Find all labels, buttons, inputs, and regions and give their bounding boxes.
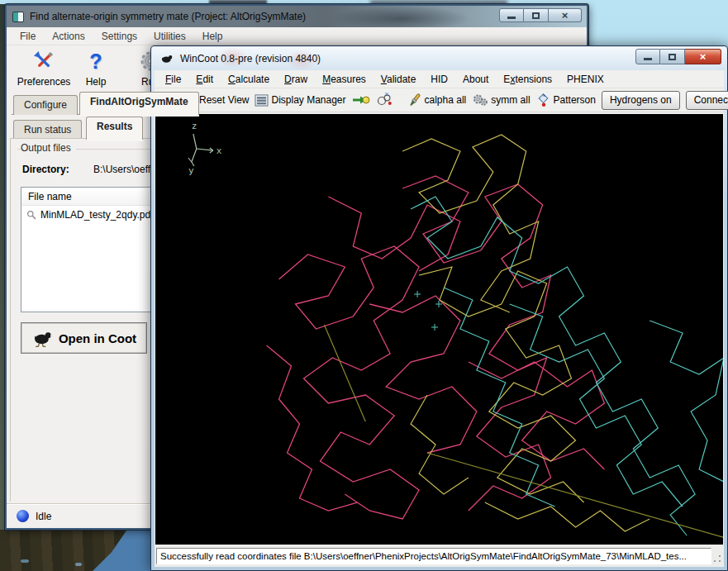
connected-to-phenix-button[interactable]: Connected to PHENIX [686, 91, 728, 110]
axis-label-x: x [216, 145, 222, 156]
restore-icon [669, 54, 676, 60]
wincoot-window-title: WinCoot 0.8-pre (revision 4840) [180, 53, 321, 64]
maximize-icon [532, 12, 540, 19]
directory-row: Directory: B:\Users\oeffner\PhenixProjec… [22, 164, 69, 175]
minimize-icon [507, 17, 516, 19]
trace-cyan-chain [649, 321, 723, 482]
display-manager-icon [255, 94, 269, 107]
patterson-icon [536, 93, 551, 107]
display-manager-button[interactable]: Display Manager [255, 94, 345, 107]
wincoot-menubar: FileEditCalculateDrawMeasuresValidateHID… [155, 70, 724, 88]
tab-findaltorigsymmate[interactable]: FindAltOrigSymMate [79, 92, 199, 115]
menu-item-file[interactable]: File [158, 72, 188, 87]
close-button[interactable]: × [685, 49, 721, 64]
wincoot-client-area: FileEditCalculateDrawMeasuresValidateHID… [155, 70, 724, 567]
wincoot-window-controls: × [635, 49, 721, 64]
go-button[interactable] [352, 94, 370, 106]
directory-label: Directory: [22, 164, 69, 175]
close-icon: × [562, 10, 569, 21]
menu-item-actions[interactable]: Actions [44, 29, 93, 44]
open-in-coot-button[interactable]: Open in Coot [21, 322, 147, 354]
help-button[interactable]: ? Help [76, 48, 116, 88]
wincoot-window: WinCoot 0.8-pre (revision 4840) × FileEd… [150, 45, 728, 571]
close-button[interactable]: × [549, 8, 582, 22]
output-files-group-label: Output files [21, 142, 76, 154]
trace-yellow-chain [485, 502, 649, 531]
refine-residues-button[interactable]: N [376, 93, 393, 107]
minimize-icon [644, 58, 652, 60]
menu-item-hid[interactable]: HID [423, 72, 455, 87]
resize-grip[interactable] [713, 554, 721, 563]
close-icon: × [700, 51, 707, 62]
axes-gizmo-line [188, 158, 192, 162]
phenix-app-icon [12, 12, 24, 22]
symm-all-button[interactable]: symm all [472, 93, 530, 107]
trace-yellow-chain [402, 135, 539, 312]
phenix-status-text: Idle [36, 511, 51, 522]
patterson-button[interactable]: Patterson [536, 93, 596, 107]
trace-pink-chain [369, 296, 477, 453]
patterson-label: Patterson [554, 94, 596, 106]
magnifier-icon [26, 210, 36, 220]
menu-item-file[interactable]: File [12, 29, 44, 44]
trace-pink-chain [328, 197, 460, 271]
coot-bird-icon [159, 54, 174, 64]
menu-item-calculate[interactable]: Calculate [221, 72, 277, 87]
symm-all-label: symm all [491, 94, 530, 106]
minimize-button[interactable] [499, 8, 524, 22]
menu-item-about[interactable]: About [455, 72, 496, 87]
tab-run-status[interactable]: Run status [13, 120, 82, 140]
molecule-wireframe: zxy [155, 114, 723, 545]
status-ball-icon [17, 510, 29, 522]
menu-item-validate[interactable]: Validate [374, 72, 424, 87]
axis-label-z: z [192, 121, 197, 131]
coot-bird-icon [31, 330, 54, 347]
tools-icon [31, 48, 56, 74]
menu-item-extensions[interactable]: Extensions [496, 72, 559, 87]
menu-item-measures[interactable]: Measures [315, 72, 374, 87]
menu-item-draw[interactable]: Draw [277, 72, 315, 87]
desktop: Find alternate-origin symmetry mate (Pro… [0, 0, 728, 571]
phenix-window-title: Find alternate-origin symmetry mate (Pro… [30, 11, 306, 22]
wincoot-statusbar: Successfully read coordinates file B:\Us… [155, 545, 724, 567]
help-label: Help [86, 76, 107, 88]
axes-gizmo-line [193, 134, 197, 149]
axes-gizmo-line [192, 149, 197, 162]
tab-configure[interactable]: Configure [13, 95, 78, 115]
menu-item-edit[interactable]: Edit [188, 72, 221, 87]
trace-cyan-chain [510, 304, 683, 507]
phenix-menubar: FileActionsSettingsUtilitiesHelp [7, 27, 587, 45]
menu-item-help[interactable]: Help [194, 29, 231, 44]
go-arrow-icon [352, 94, 370, 106]
axes-gizmo-line [210, 150, 213, 153]
calpha-all-button[interactable]: calpha all [407, 93, 467, 107]
preferences-label: Preferences [17, 76, 71, 88]
help-icon: ? [89, 48, 102, 74]
svg-text:N: N [385, 93, 388, 97]
menu-item-settings[interactable]: Settings [93, 29, 145, 44]
reset-view-label: Reset View [199, 94, 249, 106]
hydrogens-on-button[interactable]: Hydrogens on [602, 91, 680, 110]
axis-label-y: y [188, 165, 194, 176]
pointer-cross-icon [414, 291, 421, 297]
menu-item-phenix[interactable]: PHENIX [559, 72, 611, 87]
trace-pink-chain [469, 362, 605, 469]
preferences-button[interactable]: Preferences [12, 48, 76, 88]
restore-button[interactable] [660, 49, 685, 64]
minimize-button[interactable] [635, 49, 660, 64]
trace-cyan-chain [411, 197, 695, 535]
maximize-button[interactable] [524, 8, 549, 22]
calpha-all-label: calpha all [425, 94, 467, 106]
open-in-coot-label: Open in Coot [59, 331, 136, 345]
menu-item-utilities[interactable]: Utilities [145, 29, 194, 44]
phenix-window-controls: × [499, 8, 582, 22]
tab-results[interactable]: Results [86, 117, 143, 140]
molecule-icon: N [376, 93, 393, 107]
wincoot-status-text: Successfully read coordinates file B:\Us… [156, 548, 711, 564]
gl-canvas[interactable]: zxy [155, 113, 724, 545]
file-name-column-header: File name [28, 191, 72, 202]
file-name: MinMLAD_testy_2qdy.pdb [40, 209, 156, 221]
wincoot-toolbar: Reset View Display Manager [155, 88, 724, 112]
gears-icon [472, 93, 488, 107]
trace-yellow-chain [419, 267, 583, 502]
